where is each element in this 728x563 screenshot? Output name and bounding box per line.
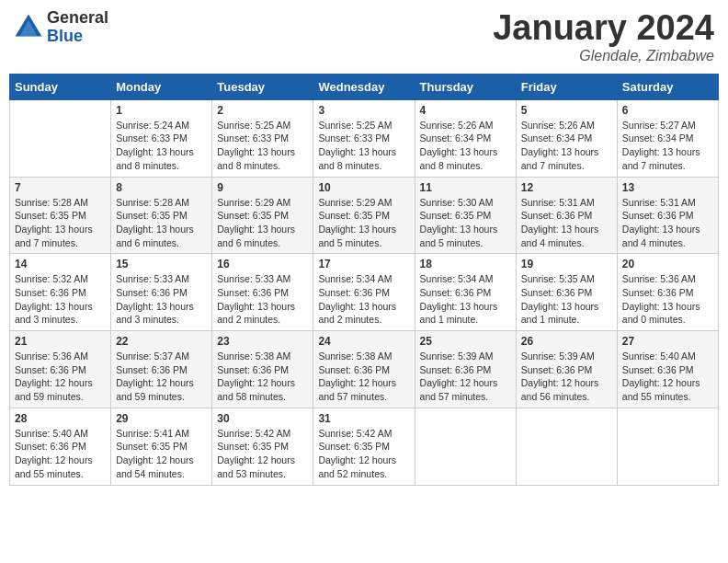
calendar-cell: 17Sunrise: 5:34 AMSunset: 6:36 PMDayligh…	[313, 254, 415, 331]
calendar-cell	[617, 408, 718, 485]
cell-info: Sunrise: 5:42 AMSunset: 6:35 PMDaylight:…	[318, 427, 409, 481]
day-number: 8	[116, 181, 207, 194]
cell-info: Sunrise: 5:38 AMSunset: 6:36 PMDaylight:…	[217, 350, 308, 404]
day-number: 27	[622, 335, 713, 348]
cell-info: Sunrise: 5:36 AMSunset: 6:36 PMDaylight:…	[15, 350, 106, 404]
calendar-cell: 2Sunrise: 5:25 AMSunset: 6:33 PMDaylight…	[212, 99, 313, 177]
location: Glendale, Zimbabwe	[493, 48, 714, 64]
col-header-saturday: Saturday	[617, 74, 718, 99]
calendar-cell: 1Sunrise: 5:24 AMSunset: 6:33 PMDaylight…	[111, 99, 212, 177]
calendar-cell: 12Sunrise: 5:31 AMSunset: 6:36 PMDayligh…	[516, 177, 617, 254]
logo-text: General Blue	[47, 9, 108, 46]
cell-info: Sunrise: 5:42 AMSunset: 6:35 PMDaylight:…	[217, 427, 308, 481]
cell-info: Sunrise: 5:26 AMSunset: 6:34 PMDaylight:…	[521, 119, 612, 173]
col-header-wednesday: Wednesday	[313, 74, 415, 99]
calendar-cell: 22Sunrise: 5:37 AMSunset: 6:36 PMDayligh…	[111, 331, 212, 408]
day-number: 21	[15, 335, 106, 348]
title-block: January 2024 Glendale, Zimbabwe	[493, 9, 714, 64]
day-number: 4	[420, 104, 511, 117]
calendar-cell: 4Sunrise: 5:26 AMSunset: 6:34 PMDaylight…	[415, 99, 516, 177]
day-number: 15	[116, 258, 207, 270]
col-header-sunday: Sunday	[10, 74, 111, 99]
day-number: 11	[420, 181, 511, 194]
calendar-cell: 21Sunrise: 5:36 AMSunset: 6:36 PMDayligh…	[10, 331, 111, 408]
week-row-0: 1Sunrise: 5:24 AMSunset: 6:33 PMDaylight…	[10, 99, 719, 177]
calendar-cell: 25Sunrise: 5:39 AMSunset: 6:36 PMDayligh…	[415, 331, 516, 408]
cell-info: Sunrise: 5:24 AMSunset: 6:33 PMDaylight:…	[116, 119, 207, 173]
day-number: 24	[318, 335, 409, 348]
cell-info: Sunrise: 5:30 AMSunset: 6:35 PMDaylight:…	[420, 196, 511, 250]
week-row-2: 14Sunrise: 5:32 AMSunset: 6:36 PMDayligh…	[10, 254, 719, 331]
cell-info: Sunrise: 5:28 AMSunset: 6:35 PMDaylight:…	[116, 196, 207, 250]
day-number: 16	[217, 258, 308, 270]
calendar-cell: 31Sunrise: 5:42 AMSunset: 6:35 PMDayligh…	[313, 408, 415, 485]
col-header-tuesday: Tuesday	[212, 74, 313, 99]
calendar-cell	[516, 408, 617, 485]
cell-info: Sunrise: 5:40 AMSunset: 6:36 PMDaylight:…	[622, 350, 713, 404]
calendar-cell: 15Sunrise: 5:33 AMSunset: 6:36 PMDayligh…	[111, 254, 212, 331]
cell-info: Sunrise: 5:25 AMSunset: 6:33 PMDaylight:…	[318, 119, 409, 173]
day-number: 31	[318, 412, 409, 425]
calendar-cell: 6Sunrise: 5:27 AMSunset: 6:34 PMDaylight…	[617, 99, 718, 177]
calendar-cell: 10Sunrise: 5:29 AMSunset: 6:35 PMDayligh…	[313, 177, 415, 254]
day-number: 10	[318, 181, 409, 194]
cell-info: Sunrise: 5:34 AMSunset: 6:36 PMDaylight:…	[318, 272, 409, 327]
col-header-monday: Monday	[111, 74, 212, 99]
cell-info: Sunrise: 5:38 AMSunset: 6:36 PMDaylight:…	[318, 350, 409, 404]
day-number: 2	[217, 104, 308, 117]
cell-info: Sunrise: 5:34 AMSunset: 6:36 PMDaylight:…	[420, 272, 511, 327]
calendar-cell: 9Sunrise: 5:29 AMSunset: 6:35 PMDaylight…	[212, 177, 313, 254]
cell-info: Sunrise: 5:36 AMSunset: 6:36 PMDaylight:…	[622, 272, 713, 327]
calendar-header-row: SundayMondayTuesdayWednesdayThursdayFrid…	[10, 74, 719, 99]
cell-info: Sunrise: 5:29 AMSunset: 6:35 PMDaylight:…	[217, 196, 308, 250]
day-number: 6	[622, 104, 713, 117]
cell-info: Sunrise: 5:28 AMSunset: 6:35 PMDaylight:…	[15, 196, 106, 250]
cell-info: Sunrise: 5:39 AMSunset: 6:36 PMDaylight:…	[420, 350, 511, 404]
calendar-cell	[415, 408, 516, 485]
day-number: 3	[318, 104, 409, 117]
cell-info: Sunrise: 5:37 AMSunset: 6:36 PMDaylight:…	[116, 350, 207, 404]
day-number: 5	[521, 104, 612, 117]
day-number: 26	[521, 335, 612, 348]
day-number: 7	[15, 181, 106, 194]
cell-info: Sunrise: 5:39 AMSunset: 6:36 PMDaylight:…	[521, 350, 612, 404]
day-number: 30	[217, 412, 308, 425]
cell-info: Sunrise: 5:31 AMSunset: 6:36 PMDaylight:…	[622, 196, 713, 250]
calendar-cell: 5Sunrise: 5:26 AMSunset: 6:34 PMDaylight…	[516, 99, 617, 177]
day-number: 1	[116, 104, 207, 117]
day-number: 29	[116, 412, 207, 425]
day-number: 14	[15, 258, 106, 270]
cell-info: Sunrise: 5:40 AMSunset: 6:36 PMDaylight:…	[15, 427, 106, 481]
calendar-cell: 26Sunrise: 5:39 AMSunset: 6:36 PMDayligh…	[516, 331, 617, 408]
calendar-table: SundayMondayTuesdayWednesdayThursdayFrid…	[9, 74, 719, 486]
day-number: 19	[521, 258, 612, 270]
calendar-cell: 14Sunrise: 5:32 AMSunset: 6:36 PMDayligh…	[10, 254, 111, 331]
calendar-cell: 24Sunrise: 5:38 AMSunset: 6:36 PMDayligh…	[313, 331, 415, 408]
calendar-cell: 28Sunrise: 5:40 AMSunset: 6:36 PMDayligh…	[10, 408, 111, 485]
day-number: 23	[217, 335, 308, 348]
calendar-cell	[10, 99, 111, 177]
week-row-3: 21Sunrise: 5:36 AMSunset: 6:36 PMDayligh…	[10, 331, 719, 408]
calendar-cell: 13Sunrise: 5:31 AMSunset: 6:36 PMDayligh…	[617, 177, 718, 254]
calendar-cell: 11Sunrise: 5:30 AMSunset: 6:35 PMDayligh…	[415, 177, 516, 254]
day-number: 20	[622, 258, 713, 270]
calendar-cell: 3Sunrise: 5:25 AMSunset: 6:33 PMDaylight…	[313, 99, 415, 177]
calendar-cell: 19Sunrise: 5:35 AMSunset: 6:36 PMDayligh…	[516, 254, 617, 331]
calendar-cell: 16Sunrise: 5:33 AMSunset: 6:36 PMDayligh…	[212, 254, 313, 331]
cell-info: Sunrise: 5:27 AMSunset: 6:34 PMDaylight:…	[622, 119, 713, 173]
month-title: January 2024	[493, 9, 714, 48]
calendar-cell: 29Sunrise: 5:41 AMSunset: 6:35 PMDayligh…	[111, 408, 212, 485]
logo: General Blue	[14, 9, 108, 46]
day-number: 12	[521, 181, 612, 194]
calendar-cell: 27Sunrise: 5:40 AMSunset: 6:36 PMDayligh…	[617, 331, 718, 408]
cell-info: Sunrise: 5:33 AMSunset: 6:36 PMDaylight:…	[116, 272, 207, 327]
day-number: 18	[420, 258, 511, 270]
calendar-cell: 30Sunrise: 5:42 AMSunset: 6:35 PMDayligh…	[212, 408, 313, 485]
cell-info: Sunrise: 5:35 AMSunset: 6:36 PMDaylight:…	[521, 272, 612, 327]
logo-general-text: General	[47, 9, 108, 28]
day-number: 25	[420, 335, 511, 348]
logo-blue-text: Blue	[47, 28, 108, 46]
calendar-cell: 7Sunrise: 5:28 AMSunset: 6:35 PMDaylight…	[10, 177, 111, 254]
day-number: 28	[15, 412, 106, 425]
cell-info: Sunrise: 5:41 AMSunset: 6:35 PMDaylight:…	[116, 427, 207, 481]
